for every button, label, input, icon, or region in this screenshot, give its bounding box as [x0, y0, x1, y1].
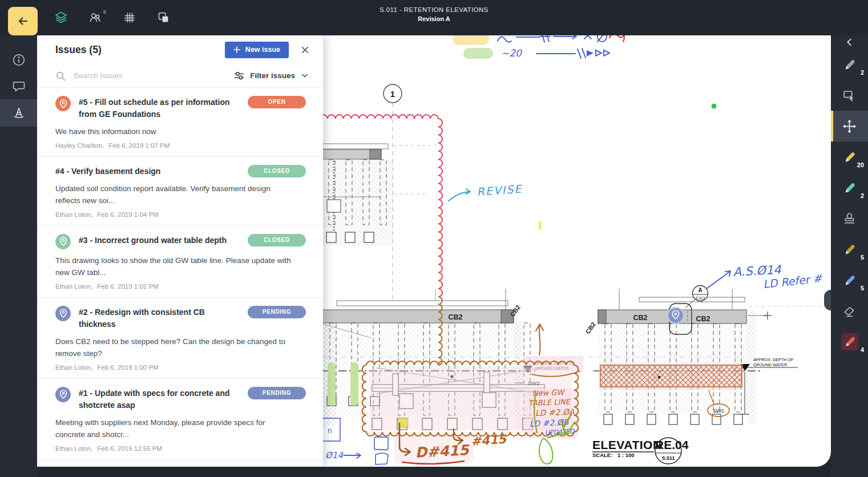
- yellow-highlight: [453, 35, 489, 45]
- gw-depth-label-right-1: APPROX. DEPTH OF: [753, 357, 794, 362]
- collaborators-button[interactable]: 8: [86, 8, 105, 27]
- issue-author: Ethan Loton,: [55, 283, 92, 290]
- issue-meta: Ethan Loton,Feb 6, 2019 1:02 PM: [55, 283, 306, 290]
- pen-icon: [842, 242, 857, 257]
- plus-icon: [233, 46, 240, 53]
- back-button[interactable]: [8, 7, 38, 35]
- new-issue-button[interactable]: New issue: [225, 42, 289, 58]
- sw2-label-2: SW2: [713, 408, 724, 414]
- pen-icon: [842, 180, 857, 196]
- sidebar-item-issues[interactable]: [0, 99, 37, 127]
- filter-issues-button[interactable]: Filter issues: [233, 71, 309, 80]
- new-issue-label: New issue: [245, 46, 280, 54]
- tool-pen-olive[interactable]: 5: [831, 234, 868, 265]
- search-input[interactable]: [72, 71, 233, 80]
- issue-body: Meeting with suppliers next Monday, plea…: [55, 417, 306, 441]
- approx20-note: ~20: [501, 47, 523, 59]
- top-bar: 8 S.011 - RETENTION ELEVATIONS Revision …: [0, 0, 868, 35]
- eraser-icon: [842, 304, 857, 319]
- issue-author: Ethan Loton,: [55, 364, 92, 371]
- toolbar-handle[interactable]: [824, 290, 831, 310]
- chevron-down-icon: [300, 71, 309, 80]
- info-icon: [11, 52, 26, 67]
- 415-note: #415: [471, 432, 507, 448]
- titleblock-scale-label: SCALE:: [592, 452, 612, 458]
- tool-collapse-panel[interactable]: [831, 35, 868, 49]
- issue-date: Feb 6, 2019 1:00 PM: [97, 364, 158, 371]
- ld20a-note: LD #2.ØA: [535, 407, 575, 418]
- tool-badge: 5: [861, 285, 864, 292]
- tool-badge: 4: [861, 346, 864, 353]
- beam-label-rotated: CB2: [508, 304, 521, 318]
- right-toolbar: 2 20: [831, 35, 868, 477]
- issue-item-5[interactable]: #5 - Fill out schedule as per informatio…: [37, 88, 323, 157]
- status-badge: CLOSED: [248, 165, 306, 177]
- issue-item-3[interactable]: #3 - Incorrect ground water table depth …: [37, 226, 323, 298]
- pen-red-background: [841, 333, 858, 350]
- titleblock-sheet: S.011: [661, 455, 675, 461]
- titleblock-title: ELEVATION: [592, 438, 662, 451]
- tool-pen-blue[interactable]: 5: [831, 265, 868, 296]
- grid-bubble-label: 1: [390, 89, 395, 99]
- issue-title: #1 - Update with specs for concrete and …: [79, 387, 248, 411]
- comment-icon: [11, 79, 26, 94]
- issue-date: Feb 6, 2019 1:04 PM: [97, 211, 158, 218]
- beam-label-2: CB2: [633, 314, 647, 322]
- close-panel-button[interactable]: [300, 45, 310, 55]
- status-badge: PENDING: [248, 306, 306, 318]
- tool-select-area[interactable]: [831, 80, 868, 111]
- tool-pen-yellow[interactable]: 20: [831, 142, 868, 172]
- issue-body: We have this information now: [55, 126, 306, 138]
- pen-icon: [842, 149, 857, 165]
- ref-bubble-letter: A: [698, 287, 702, 293]
- tool-pen-gray[interactable]: 2: [831, 49, 868, 80]
- issue-title: #3 - Incorrect ground water table depth: [79, 235, 248, 246]
- d415-note: D#415: [415, 442, 470, 461]
- issue-item-2[interactable]: #2 - Redesign with consistent CB thickne…: [37, 298, 323, 379]
- grid-button[interactable]: [120, 8, 139, 27]
- layers-button[interactable]: [51, 8, 71, 27]
- tool-stamp[interactable]: [831, 203, 868, 234]
- issue-body: This drawing looks to show the old GW ta…: [55, 254, 306, 279]
- sidebar-item-info[interactable]: [0, 47, 37, 73]
- pen-icon: [842, 273, 857, 288]
- green-pile-highlight: [328, 362, 336, 406]
- bottom-bar: [37, 467, 831, 477]
- stamp-icon: [842, 211, 857, 227]
- blue-pile-sketch: [374, 437, 389, 464]
- tool-pen-red[interactable]: 4: [831, 326, 868, 357]
- filter-issues-label: Filter issues: [250, 71, 295, 80]
- issue-item-4[interactable]: #4 - Verify basement design CLOSED Updat…: [37, 157, 323, 226]
- issue-title: #5 - Fill out schedule as per informatio…: [79, 96, 248, 120]
- ref-bubble-sheet: S.013: [696, 296, 705, 300]
- issue-body: Updated soil condition report available.…: [55, 183, 306, 207]
- issue-title: #4 - Verify basement design: [55, 165, 248, 177]
- issue-meta: Ethan Loton,Feb 6, 2019 1:00 PM: [55, 364, 306, 371]
- issue-item-1[interactable]: #1 - Update with specs for concrete and …: [37, 379, 323, 460]
- issue-date: Feb 6, 2019 1:02 PM: [97, 283, 158, 290]
- tool-badge: 20: [857, 161, 864, 168]
- issue-meta: Ethan Loton,Feb 6, 2019 12:55 PM: [55, 445, 306, 452]
- issue-list: #5 - Fill out schedule as per informatio…: [37, 88, 323, 467]
- presence-dot: [712, 104, 717, 109]
- new-gw-note-1: New GW: [532, 388, 566, 398]
- status-badge: OPEN: [248, 96, 306, 108]
- issue-date: Feb 6, 2019 12:55 PM: [97, 445, 162, 452]
- dia14-note: Ø14: [325, 450, 343, 460]
- issue-meta: Ethan Loton,Feb 6, 2019 1:04 PM: [55, 211, 306, 218]
- collaborators-icon: [88, 10, 103, 25]
- compare-button[interactable]: [154, 8, 173, 27]
- tool-pen-teal[interactable]: 2: [831, 172, 868, 203]
- beam-label-3: CB2: [696, 315, 710, 323]
- tool-badge: 2: [861, 69, 864, 76]
- pen-icon: [842, 334, 857, 349]
- beam-label-rotated-2: CB2: [584, 321, 596, 335]
- issue-body: Does CB2 need to be stepped here? Can th…: [55, 335, 306, 360]
- arrow-left-icon: [16, 14, 30, 28]
- sidebar-item-comments[interactable]: [0, 73, 37, 99]
- tool-move[interactable]: [831, 111, 868, 142]
- overlap-squares-icon: [156, 10, 171, 25]
- move-icon: [842, 119, 857, 134]
- issue-pin-icon: [55, 234, 71, 249]
- tool-eraser[interactable]: [831, 296, 868, 326]
